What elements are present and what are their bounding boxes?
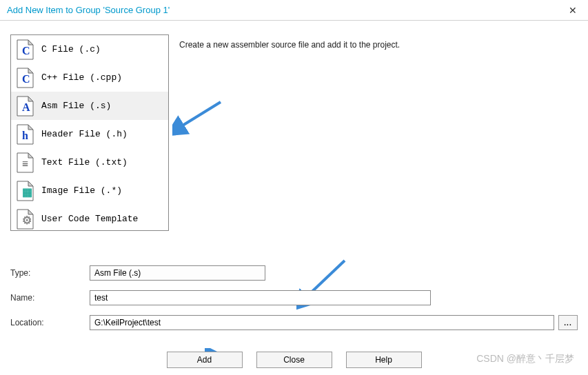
- asm-file-icon: A: [15, 95, 34, 117]
- window-close-button[interactable]: ✕: [557, 0, 588, 21]
- file-type-label: C File (.c): [41, 44, 101, 54]
- svg-text:≡: ≡: [22, 158, 28, 170]
- header-file-icon: h: [15, 123, 34, 145]
- window-titlebar: Add New Item to Group 'Source Group 1' ✕: [0, 0, 588, 21]
- svg-text:⚙: ⚙: [22, 214, 32, 226]
- form-area: Type: Asm File (.s) Name: Location: ...: [10, 265, 578, 340]
- annotation-arrow: [172, 97, 227, 138]
- file-type-label: User Code Template: [41, 214, 138, 224]
- close-icon: ✕: [569, 5, 577, 16]
- image-file-icon: ▦: [15, 180, 34, 202]
- help-button[interactable]: Help: [346, 352, 422, 368]
- svg-line-8: [179, 102, 221, 128]
- location-label: Location:: [10, 318, 90, 327]
- name-label: Name:: [10, 293, 90, 303]
- location-row: Location: ...: [10, 315, 578, 330]
- cpp-file-icon: C: [15, 67, 34, 89]
- svg-text:h: h: [22, 130, 28, 141]
- file-type-item[interactable]: ▦ Image File (.*): [11, 176, 168, 205]
- name-input[interactable]: [90, 290, 431, 305]
- dialog-buttons: Add Close Help: [0, 352, 588, 368]
- template-icon: ⚙: [15, 208, 34, 230]
- close-button[interactable]: Close: [256, 352, 332, 368]
- file-type-label: Asm File (.s): [41, 101, 111, 111]
- text-file-icon: ≡: [15, 152, 34, 174]
- file-type-label: Header File (.h): [41, 129, 128, 139]
- c-file-icon: C: [15, 39, 34, 61]
- file-type-item[interactable]: ⚙ User Code Template: [11, 205, 168, 233]
- file-type-item[interactable]: C C++ File (.cpp): [11, 63, 168, 92]
- file-type-description: Create a new assembler source file and a…: [179, 40, 400, 50]
- file-type-panel: C C File (.c) C C++ File (.cpp) A Asm Fi…: [10, 34, 169, 231]
- svg-text:C: C: [22, 45, 30, 57]
- file-type-item[interactable]: A Asm File (.s): [11, 92, 168, 120]
- file-type-item[interactable]: h Header File (.h): [11, 120, 168, 148]
- type-label: Type:: [10, 268, 90, 278]
- file-type-label: C++ File (.cpp): [41, 72, 122, 83]
- location-input[interactable]: [90, 315, 554, 330]
- svg-text:C: C: [22, 73, 30, 85]
- window-title: Add New Item to Group 'Source Group 1': [7, 5, 170, 15]
- svg-text:A: A: [22, 101, 30, 113]
- file-type-label: Text File (.txt): [41, 157, 128, 168]
- dialog-content: C C File (.c) C C++ File (.cpp) A Asm Fi…: [0, 21, 588, 375]
- type-display: Asm File (.s): [90, 265, 265, 281]
- add-button[interactable]: Add: [167, 352, 243, 368]
- file-type-item[interactable]: C C File (.c): [11, 35, 168, 63]
- name-row: Name:: [10, 290, 578, 305]
- file-type-label: Image File (.*): [41, 185, 122, 196]
- svg-text:▦: ▦: [22, 186, 32, 198]
- type-row: Type: Asm File (.s): [10, 265, 578, 281]
- file-type-item[interactable]: ≡ Text File (.txt): [11, 148, 168, 176]
- browse-button[interactable]: ...: [558, 315, 578, 330]
- file-type-list: C C File (.c) C C++ File (.cpp) A Asm Fi…: [11, 35, 168, 233]
